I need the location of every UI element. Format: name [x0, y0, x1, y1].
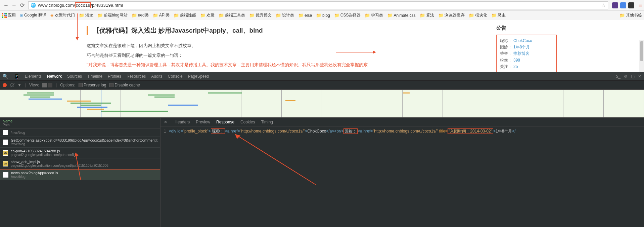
bookmark-item[interactable]: 📁模块化 [469, 12, 487, 18]
request-row[interactable]: JS show_ads_impl.jspagead2.googlesyndica… [0, 158, 160, 169]
preserve-log-checkbox[interactable]: Preserve log [79, 83, 106, 87]
svg-marker-3 [373, 50, 376, 54]
drawer-icon[interactable]: ≥_ [616, 74, 620, 79]
bookmark-item[interactable]: 📁潜龙 [79, 12, 93, 18]
folder-icon: 📁 [153, 13, 158, 18]
tab-resources[interactable]: Resources [127, 74, 146, 79]
detail-tab-response[interactable]: Response [216, 120, 234, 124]
tab-pagespeed[interactable]: PageSpeed [188, 74, 209, 79]
bookmark-item[interactable]: 📁ued类 [132, 12, 149, 18]
close-detail-icon[interactable]: ✕ [164, 120, 167, 124]
folder-icon: 📁 [219, 13, 224, 18]
record-button[interactable] [3, 83, 7, 87]
folder-icon: 📁 [316, 13, 321, 18]
response-highlight: 昵称： [211, 128, 225, 134]
tab-timeline[interactable]: Timeline [87, 74, 102, 79]
ext-icon[interactable] [612, 2, 618, 8]
tab-network[interactable]: Network [47, 74, 62, 79]
tab-profiles[interactable]: Profiles [108, 74, 121, 79]
bookmark-item[interactable]: 📁浏览器缓存 [438, 12, 465, 18]
response-body[interactable]: 1<div id="profile_block">昵称：<a href="htt… [160, 126, 644, 136]
network-overview[interactable]: // decorative bars drawn below [0, 89, 644, 118]
doc-icon: ◉ [50, 13, 54, 17]
close-icon[interactable]: ✕ [638, 74, 641, 79]
announce-box: 昵称：ChokCoco 园龄：1年8个月 荣誉：推荐博客 粉丝：398 关注：2… [496, 35, 557, 73]
bookmarks-bar: 应用 ▣Google 翻译 ◉欢聚时代门 📁潜龙 📁前端blog网站 📁ued类… [0, 11, 644, 20]
back-button[interactable]: ← [2, 1, 10, 9]
dock-icon[interactable]: ▢ [631, 74, 635, 79]
other-bookmarks[interactable]: 📁其他书签 [619, 12, 642, 18]
response-highlight: 园龄： [343, 128, 358, 134]
response-highlight: "入园时间：2014-03-02" [448, 128, 493, 134]
request-row[interactable]: JS ca-pub-4210569241504288.jspagead2.goo… [0, 148, 160, 158]
detail-tab-timing[interactable]: Timing [261, 120, 273, 124]
forward-button[interactable]: → [10, 1, 18, 9]
folder-icon: 📁 [469, 13, 474, 18]
settings-icon[interactable]: ⚙ [624, 74, 628, 79]
bookmark-item[interactable]: 📁Animate.css [387, 13, 415, 18]
ext-icon[interactable] [620, 2, 626, 8]
line-number: 1 [164, 129, 166, 134]
doc-icon [3, 140, 8, 145]
scrollbar-thumb[interactable] [640, 41, 643, 61]
view-label: View: [29, 83, 39, 87]
folder-icon: 📁 [420, 13, 425, 18]
js-icon: JS [3, 161, 8, 166]
ext-qr-icon[interactable] [628, 2, 634, 8]
svg-marker-1 [76, 37, 79, 40]
url-bar[interactable]: 🌐 www.cnblogs.com/coco1s/p/4833199.html … [28, 1, 608, 9]
profile-row: 昵称：ChokCoco [500, 38, 553, 44]
profile-row: 粉丝：398 [500, 57, 553, 64]
detail-tabs: ✕ Headers Preview Response Cookies Timin… [160, 118, 644, 126]
tab-sources[interactable]: Sources [67, 74, 82, 79]
request-row[interactable]: /mvc/blog [0, 128, 160, 137]
bookmark-item[interactable]: 📁前端blog网站 [97, 12, 128, 18]
detail-tab-headers[interactable]: Headers [175, 120, 190, 124]
bookmark-item[interactable]: 📁爬虫 [491, 12, 506, 18]
inspect-icon[interactable]: 🔍 [3, 74, 8, 79]
bookmark-item[interactable]: 📁else [298, 13, 312, 18]
request-row-selected[interactable]: news.aspx?blogApp=coco1s/mvc/blog [0, 169, 160, 180]
menu-button[interactable]: ≡ [638, 2, 642, 9]
apps-icon [2, 13, 7, 18]
tab-audits[interactable]: Audits [151, 74, 162, 79]
folder-icon: 📁 [334, 13, 339, 18]
profile-row: 荣誉：推荐博客 [500, 50, 553, 57]
bookmark-item[interactable]: 📁学习类 [365, 12, 383, 18]
devtools-tabs: 🔍 📱 Elements Network Sources Timeline Pr… [0, 72, 644, 81]
folder-icon: 📁 [174, 13, 179, 18]
detail-tab-preview[interactable]: Preview [196, 120, 210, 124]
device-icon[interactable]: 📱 [14, 74, 19, 79]
js-icon: JS [3, 150, 8, 156]
detail-tab-cookies[interactable]: Cookies [240, 120, 255, 124]
folder-icon: 📁 [79, 13, 84, 18]
article-para: 巧合的是前些天看到阮老师的一篇文章的一句话： [87, 51, 369, 61]
bookmark-item[interactable]: ◉欢聚时代门 [50, 12, 75, 18]
globe-icon: 🌐 [31, 3, 36, 8]
doc-icon: ▣ [20, 13, 23, 17]
reload-button[interactable]: ⟳ [18, 1, 26, 9]
bookmark-item[interactable]: 📁设计类 [276, 12, 294, 18]
apps-button[interactable]: 应用 [2, 12, 16, 18]
profile-row: 关注：25 [500, 64, 553, 70]
bookmark-item[interactable]: 📁API类 [153, 12, 170, 18]
disable-cache-checkbox[interactable]: Disable cache [109, 83, 140, 87]
request-list: Name Path /mvc/blog GetComments.aspx?pos… [0, 118, 160, 227]
bookmark-item[interactable]: 📁前端工具类 [219, 12, 245, 18]
tab-elements[interactable]: Elements [25, 74, 42, 79]
bookmark-item[interactable]: 📁优秀博文 [249, 12, 272, 18]
clear-button[interactable] [10, 83, 14, 87]
star-icon[interactable]: ☆ [602, 3, 606, 8]
bookmark-item[interactable]: 📁前端性能 [174, 12, 196, 18]
bookmark-item[interactable]: ▣Google 翻译 [20, 12, 46, 18]
folder-icon: 📁 [491, 13, 497, 18]
tab-console[interactable]: Console [168, 74, 183, 79]
bookmark-item[interactable]: 📁blog [316, 13, 330, 18]
filter-icon[interactable]: ▼ [17, 83, 21, 87]
bookmark-item[interactable]: 📁CSS选择器 [334, 12, 361, 18]
view-mode[interactable] [42, 83, 52, 87]
request-list-header[interactable]: Name Path [0, 118, 160, 128]
request-row[interactable]: GetComments.aspx?postId=4833199&blogApp=… [0, 137, 160, 148]
bookmark-item[interactable]: 📁欢聚 [200, 12, 215, 18]
bookmark-item[interactable]: 📁算法 [420, 12, 434, 18]
